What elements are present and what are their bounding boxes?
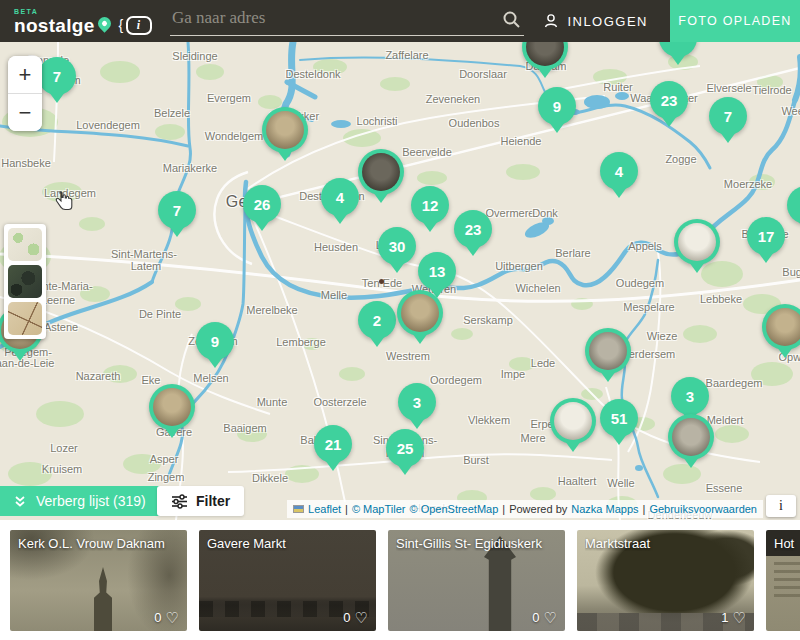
terms-link[interactable]: Gebruiksvoorwaarden [649,503,757,515]
photo-card[interactable]: Hot [766,530,800,631]
photo-card-likes: 1♡ [721,610,746,625]
photo-marker-thumbnail [522,42,568,70]
cluster-marker[interactable]: 12 [411,186,449,236]
photo-marker-thumbnail [674,219,720,265]
cluster-marker[interactable]: 9 [538,87,576,137]
layer-option-historic-map[interactable] [8,302,42,335]
heart-icon[interactable]: ♡ [355,610,368,625]
beta-badge: BETA [14,8,152,15]
cluster-marker[interactable]: 7 [38,57,76,107]
powered-by-text: Powered by [509,503,567,515]
cluster-count: 7 [709,97,747,135]
photo-marker[interactable] [262,107,308,165]
photo-marker[interactable] [585,328,631,386]
photo-card-title: Sint-Gillis St- Egidiuskerk [396,536,561,551]
photo-marker-thumbnail [397,290,443,336]
cluster-count: 13 [418,252,456,290]
cluster-marker[interactable] [787,186,800,236]
cluster-count: 30 [378,227,416,265]
photo-marker[interactable] [674,219,720,277]
photo-marker[interactable] [762,304,800,362]
app-header: BETA nostalge i INLOGGEN FOTO OPLADEN [0,0,800,42]
marker-tail [720,132,736,143]
cluster-marker[interactable]: 4 [321,178,359,228]
marker-tail [465,245,481,256]
nazka-link[interactable]: Nazka Mapps [571,503,638,515]
photo-card-title: Kerk O.L. Vrouw Daknam [18,536,183,551]
layer-option-map[interactable] [8,228,42,261]
cluster-marker[interactable]: 21 [314,425,352,475]
marker-tail [277,150,293,161]
cluster-marker[interactable]: 30 [378,227,416,277]
logo-text: nostalge [14,16,95,35]
cluster-marker[interactable]: 51 [600,399,638,449]
cluster-count: 23 [650,81,688,119]
photo-marker-thumbnail [358,149,404,195]
marker-tail [373,192,389,203]
photo-marker-thumbnail [149,384,195,430]
heart-icon[interactable]: ♡ [544,610,557,625]
info-icon[interactable]: i [126,16,152,35]
heart-icon[interactable]: ♡ [166,610,179,625]
photo-marker[interactable] [668,414,714,472]
cluster-count: 7 [158,191,196,229]
zoom-control: + − [8,56,42,131]
photo-marker-thumbnail [762,304,800,350]
cluster-marker[interactable]: 25 [386,429,424,479]
marker-tail [549,122,565,133]
logo[interactable]: BETA nostalge i [14,8,152,35]
login-button[interactable]: INLOGGEN [543,13,648,29]
heart-icon[interactable]: ♡ [733,610,746,625]
photo-card[interactable]: Gavere Markt0♡ [199,530,376,631]
maptiler-link[interactable]: © MapTiler [352,503,406,515]
map-pin-icon [95,14,113,32]
marker-tail [169,226,185,237]
search-icon[interactable] [502,10,521,29]
map-markers-layer: 772641292374302313291732125351 [0,42,800,520]
cluster-marker[interactable]: 2 [358,301,396,351]
cluster-marker[interactable]: 17 [747,217,785,267]
marker-tail [611,187,627,198]
photo-marker[interactable] [550,398,596,456]
filter-button[interactable]: Filter [157,486,244,516]
zoom-in-button[interactable]: + [8,56,42,93]
cluster-count: 51 [600,399,638,437]
photo-marker[interactable] [149,384,195,442]
cluster-marker[interactable]: 26 [243,185,281,235]
cluster-marker[interactable]: 4 [600,152,638,202]
cluster-marker[interactable]: 3 [398,383,436,433]
map[interactable]: RonseleZomergemSleidingeDesteldonkZaffel… [0,42,800,520]
zoom-out-button[interactable]: − [8,94,42,131]
cluster-marker[interactable]: 23 [454,210,492,260]
cluster-count: 9 [196,322,234,360]
map-info-button[interactable]: i [766,495,796,517]
photo-card[interactable]: Marktstraat1♡ [577,530,754,631]
cluster-marker[interactable]: 23 [650,81,688,131]
upload-photo-button[interactable]: FOTO OPLADEN [670,0,800,42]
photo-card[interactable]: Sint-Gillis St- Egidiuskerk0♡ [388,530,565,631]
attribution-separator: | [643,503,646,515]
layer-option-satellite[interactable] [8,265,42,298]
photo-marker[interactable] [522,42,568,82]
marker-tail [611,434,627,445]
double-chevron-down-icon [14,495,26,508]
like-count: 1 [721,610,728,625]
osm-link[interactable]: © OpenStreetMap [409,503,498,515]
cluster-marker[interactable]: 9 [196,322,234,372]
marker-tail [689,262,705,273]
leaflet-flag-icon [293,505,304,513]
marker-tail [600,371,616,382]
cluster-marker[interactable]: 7 [158,191,196,241]
hide-list-button[interactable]: Verberg lijst (319) [0,486,164,516]
marker-tail [409,418,425,429]
photo-card[interactable]: Kerk O.L. Vrouw Daknam0♡ [10,530,187,631]
cluster-marker[interactable]: 7 [709,97,747,147]
marker-tail [325,460,341,471]
photo-marker[interactable] [397,290,443,348]
photo-marker[interactable] [358,149,404,207]
leaflet-link[interactable]: Leaflet [308,503,341,515]
cluster-marker[interactable] [659,42,697,69]
cluster-count: 2 [358,301,396,339]
cluster-count: 3 [671,377,709,415]
search-input[interactable] [170,6,524,36]
